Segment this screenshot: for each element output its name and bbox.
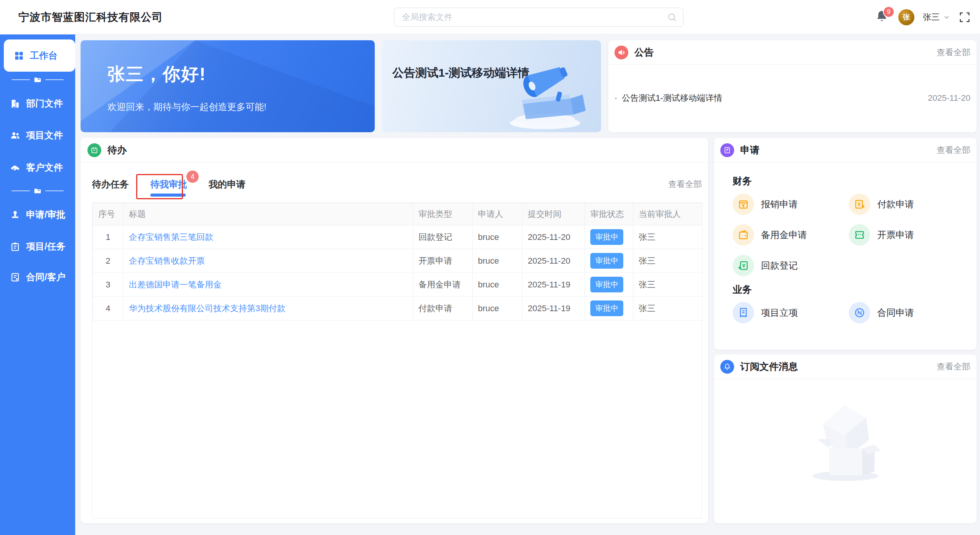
notice-panel-header: 公告 查看全部: [608, 40, 977, 65]
subscribe-panel: 订阅文件消息 查看全部: [714, 354, 977, 523]
approval-table: 序号 标题 审批类型 申请人 提交时间 审批状态 当前审批人 1 企存宝销售第三…: [92, 202, 702, 519]
subscribe-panel-header: 订阅文件消息 查看全部: [714, 354, 977, 379]
active-tab-underline: [150, 194, 186, 197]
notification-bell[interactable]: 9: [875, 9, 890, 25]
welcome-title: 张三，你好!: [107, 62, 206, 86]
status-badge: 审批中: [590, 277, 623, 292]
clipboard-icon: [10, 241, 20, 252]
apply-panel-body: 财务 报销申请 付款申请: [714, 162, 977, 323]
col-header-approver: 当前审批人: [633, 203, 703, 225]
col-header-submitted: 提交时间: [522, 203, 585, 225]
approval-title-link[interactable]: 企存宝销售第三笔回款: [129, 232, 213, 242]
table-row: 3 出差德国申请一笔备用金 备用金申请 bruce 2025-11-19 审批中…: [93, 273, 703, 297]
apply-item-invoice[interactable]: 开票申请: [849, 224, 965, 246]
todo-view-all-link[interactable]: 查看全部: [668, 179, 702, 190]
bell-circle-icon: [720, 360, 734, 374]
todo-tabs: 待办任务 待我审批 4 我的申请 查看全部: [81, 171, 708, 198]
notice-panel-title: 公告: [634, 46, 654, 59]
fullscreen-icon[interactable]: [959, 11, 970, 23]
empty-box-illustration: [799, 397, 891, 486]
notice-list-item[interactable]: · 公告测试1-测试移动端详情 2025-11-20: [608, 65, 977, 131]
todo-panel: 待办 待办任务 待我审批 4 我的申请 查看全部 序号 标题: [81, 138, 708, 523]
welcome-subtitle: 欢迎回来，期待与你一起创造更多可能!: [107, 101, 267, 113]
approval-title-link[interactable]: 华为技术股份有限公司技术支持第3期付款: [129, 304, 285, 313]
sidebar-item-contract-customer[interactable]: 合同/客户: [0, 266, 75, 289]
megaphone-illustration: [495, 55, 599, 131]
col-header-index: 序号: [93, 203, 124, 225]
wallet-icon: [733, 224, 754, 246]
col-header-status: 审批状态: [585, 203, 633, 225]
folder-icon: [34, 187, 41, 195]
search-icon[interactable]: [667, 12, 677, 22]
project-doc-icon: [733, 302, 754, 323]
sidebar-item-project-files[interactable]: 项目文件: [0, 124, 75, 147]
approval-title-link[interactable]: 企存宝销售收款开票: [129, 256, 205, 266]
apply-item-payback-register[interactable]: 回款登记: [733, 255, 849, 276]
announcement-banner[interactable]: 公告测试1-测试移动端详情: [382, 40, 601, 132]
col-header-type: 审批类型: [413, 203, 473, 225]
reimburse-icon: [733, 194, 754, 215]
avatar[interactable]: 张: [898, 9, 914, 25]
approval-title-link[interactable]: 出差德国申请一笔备用金: [129, 280, 222, 289]
sidebar-divider-files: [0, 76, 75, 84]
payback-icon: [733, 255, 754, 276]
folder-icon: [34, 76, 41, 84]
todo-panel-title: 待办: [107, 144, 127, 156]
tab-my-applications[interactable]: 我的申请: [209, 178, 245, 190]
invoice-icon: [849, 224, 870, 246]
sidebar: 工作台 部门文件 项目文件 客户文件 申请/审批: [0, 34, 75, 535]
empty-state: [714, 397, 977, 486]
sidebar-item-project-task[interactable]: 项目/任务: [0, 235, 75, 258]
stamp-icon: [10, 210, 20, 220]
tab-todo-tasks[interactable]: 待办任务: [92, 178, 129, 190]
sidebar-item-label: 工作台: [30, 49, 58, 62]
apply-item-project-initiation[interactable]: 项目立项: [733, 302, 849, 323]
status-badge: 审批中: [590, 229, 623, 245]
megaphone-icon: [614, 46, 628, 59]
top-right-tools: 9 张 张三: [875, 0, 970, 34]
table-row: 4 华为技术股份有限公司技术支持第3期付款 付款申请 bruce 2025-11…: [93, 297, 703, 320]
apply-item-payment[interactable]: 付款申请: [849, 194, 965, 215]
handshake-icon: [10, 162, 20, 173]
contract-icon: [10, 272, 20, 282]
apply-view-all-link[interactable]: 查看全部: [937, 144, 970, 156]
sidebar-item-apply-approve[interactable]: 申请/审批: [0, 203, 75, 226]
building-icon: [10, 98, 20, 109]
tab-awaiting-my-approval[interactable]: 待我审批 4: [150, 178, 187, 190]
sidebar-item-label: 合同/客户: [26, 271, 66, 283]
sidebar-item-customer-files[interactable]: 客户文件: [0, 156, 75, 179]
chevron-down-icon: [943, 13, 950, 21]
apply-panel-title: 申请: [740, 144, 759, 156]
payment-icon: [849, 194, 870, 215]
form-icon: [720, 143, 734, 157]
status-badge: 审批中: [590, 300, 623, 316]
global-search[interactable]: [394, 8, 684, 27]
col-header-title: 标题: [124, 203, 413, 225]
sidebar-item-label: 客户文件: [26, 161, 63, 174]
todo-panel-header: 待办: [81, 138, 708, 162]
col-header-applicant: 申请人: [473, 203, 522, 225]
apply-item-contract-apply[interactable]: 合同申请: [849, 302, 965, 323]
company-name: 宁波市智蓝图汇科技有限公司: [18, 0, 163, 34]
todo-calendar-icon: [87, 143, 101, 157]
notice-view-all-link[interactable]: 查看全部: [937, 47, 970, 58]
sidebar-item-label: 项目文件: [26, 129, 63, 141]
tab-count-badge: 4: [186, 171, 199, 183]
sidebar-item-department-files[interactable]: 部门文件: [0, 92, 75, 115]
user-menu[interactable]: 张三: [923, 11, 950, 23]
status-badge: 审批中: [590, 253, 623, 269]
welcome-banner: 张三，你好! 欢迎回来，期待与你一起创造更多可能!: [81, 40, 375, 132]
sidebar-item-label: 部门文件: [26, 97, 63, 110]
workbench-grid-icon: [14, 51, 24, 61]
apply-item-reserve-fund[interactable]: 备用金申请: [733, 224, 849, 246]
table-row: 1 企存宝销售第三笔回款 回款登记 bruce 2025-11-20 审批中 张…: [93, 225, 703, 249]
apply-item-reimburse[interactable]: 报销申请: [733, 194, 849, 215]
section-title-finance: 财务: [733, 175, 965, 187]
team-icon: [10, 130, 20, 141]
search-input[interactable]: [394, 12, 667, 22]
sidebar-item-label: 申请/审批: [26, 208, 66, 221]
sidebar-item-workbench[interactable]: 工作台: [4, 39, 75, 72]
sidebar-divider-apps: [0, 187, 75, 195]
table-row: 2 企存宝销售收款开票 开票申请 bruce 2025-11-20 审批中 张三: [93, 249, 703, 273]
subscribe-view-all-link[interactable]: 查看全部: [937, 361, 970, 373]
